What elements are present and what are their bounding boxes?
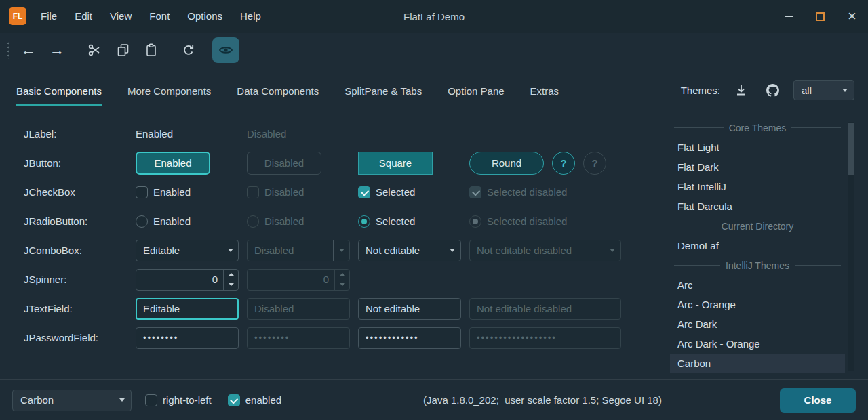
themes-scrollbar-thumb[interactable] (848, 123, 854, 175)
help-button-disabled: ? (583, 152, 606, 175)
combobox-value: Not editable (359, 245, 444, 256)
theme-item-arc-orange[interactable]: Arc - Orange (670, 295, 845, 314)
tab-data-components[interactable]: Data Components (236, 79, 319, 106)
checkbox-enabled[interactable]: Enabled (136, 186, 191, 198)
textfield-editable[interactable]: Editable (136, 298, 239, 320)
jpasswordfield-row-label: JPasswordField: (24, 332, 136, 343)
menu-view[interactable]: View (101, 0, 140, 33)
spinner-value[interactable]: 0 (136, 270, 223, 290)
chevron-down-icon (228, 249, 233, 252)
radio-selected-disabled: Selected disabled (469, 215, 567, 228)
github-button[interactable] (762, 80, 783, 100)
tab-option-pane[interactable]: Option Pane (447, 79, 505, 106)
tab-more-components[interactable]: More Components (127, 79, 212, 106)
themes-list: Core Themes Flat Light Flat Dark Flat In… (670, 118, 845, 373)
radio-disabled: Disabled (247, 215, 304, 228)
jcombobox-row: JComboBox: Editable Disabled Not editabl… (24, 236, 670, 265)
spinner-enabled[interactable]: 0 (136, 269, 239, 291)
menu-help[interactable]: Help (231, 0, 270, 33)
tab-extras[interactable]: Extras (530, 79, 560, 106)
theme-item-arc[interactable]: Arc (670, 275, 845, 295)
refresh-icon (182, 43, 195, 57)
radio-selected[interactable]: Selected (358, 215, 415, 228)
close-button[interactable]: Close (780, 388, 856, 413)
cut-button[interactable] (81, 37, 108, 63)
checkbox-checked-icon (469, 186, 481, 198)
checkbox-selected[interactable]: Selected (358, 186, 415, 198)
spinner-down-button[interactable] (224, 280, 238, 290)
app-logo: FL (9, 7, 26, 25)
themes-separator-current-directory: Current Directory (670, 216, 845, 236)
checkbox-label: enabled (245, 394, 281, 406)
combobox-not-editable[interactable]: Not editable (358, 240, 461, 261)
theme-item-carbon[interactable]: Carbon (670, 354, 845, 373)
passwordfield-not-editable[interactable]: •••••••••••• (358, 327, 461, 349)
textfield-not-editable[interactable]: Not editable (358, 298, 461, 320)
menubar: File Edit View Font Options Help (32, 0, 270, 33)
themes-panel: Core Themes Flat Light Flat Dark Flat In… (670, 115, 868, 373)
theme-item-arc-dark-orange[interactable]: Arc Dark - Orange (670, 334, 845, 354)
download-theme-button[interactable] (731, 80, 751, 100)
theme-item-demolaf[interactable]: DemoLaf (670, 236, 845, 255)
checkbox-selected-disabled: Selected disabled (469, 186, 567, 198)
combobox-editable[interactable]: Editable (136, 240, 239, 261)
toolbar-grip[interactable] (7, 41, 10, 59)
jradiobutton-row: JRadioButton: Enabled Disabled Selected (24, 207, 670, 236)
chevron-down-icon (119, 398, 125, 402)
forward-button[interactable]: → (43, 37, 71, 63)
statusbar: Carbon right-to-left enabled (Java 1.8.0… (0, 379, 868, 420)
checkbox-checked-icon (228, 394, 240, 406)
theme-filter-combobox[interactable]: all (793, 80, 854, 100)
theme-item-flat-light[interactable]: Flat Light (670, 138, 845, 157)
checkbox-label: Selected disabled (487, 186, 567, 198)
combobox-arrow-button[interactable] (444, 240, 460, 261)
jbutton-row: JButton: Enabled Disabled Square Round ?… (24, 148, 670, 177)
close-window-button[interactable]: × (836, 0, 868, 33)
chevron-down-icon (339, 249, 344, 252)
menu-font[interactable]: Font (140, 0, 178, 33)
eye-icon (218, 45, 233, 56)
enabled-button[interactable]: Enabled (136, 152, 210, 175)
show-hidden-toggle-button[interactable] (212, 37, 239, 63)
back-button[interactable]: ← (15, 37, 42, 63)
round-button[interactable]: Round (469, 152, 544, 175)
theme-item-flat-darcula[interactable]: Flat Darcula (670, 196, 845, 216)
theme-item-flat-intellij[interactable]: Flat IntelliJ (670, 177, 845, 196)
jtextfield-row: JTextField: Editable Disabled Not editab… (24, 294, 670, 323)
maximize-icon (816, 12, 825, 21)
passwordfield-editable[interactable]: •••••••• (136, 327, 239, 349)
menu-options[interactable]: Options (178, 0, 231, 33)
separator-label: Current Directory (722, 221, 794, 232)
jspinner-row: JSpinner: 0 0 (24, 265, 670, 294)
menu-edit[interactable]: Edit (66, 0, 101, 33)
theme-item-arc-dark[interactable]: Arc Dark (670, 314, 845, 334)
maximize-button[interactable] (804, 0, 836, 33)
radio-label: Selected disabled (487, 215, 567, 227)
theme-combobox[interactable]: Carbon (12, 390, 132, 411)
spinner-up-button[interactable] (224, 270, 238, 280)
enabled-checkbox[interactable]: enabled (228, 394, 281, 406)
checkbox-checked-icon (358, 186, 370, 198)
square-button[interactable]: Square (358, 152, 433, 175)
spinner-buttons (334, 270, 349, 290)
checkbox-label: Disabled (264, 186, 304, 198)
help-button[interactable]: ? (552, 152, 575, 175)
radio-enabled[interactable]: Enabled (136, 215, 191, 228)
tab-splitpane-tabs[interactable]: SplitPane & Tabs (344, 79, 422, 106)
minimize-button[interactable] (772, 0, 804, 33)
theme-item-flat-dark[interactable]: Flat Dark (670, 157, 845, 177)
checkbox-label: right-to-left (163, 394, 212, 406)
refresh-button[interactable] (175, 37, 202, 63)
separator-label: IntelliJ Themes (726, 260, 789, 271)
checkbox-icon (145, 394, 157, 406)
tab-basic-components[interactable]: Basic Components (16, 79, 102, 106)
combobox-arrow-button[interactable] (222, 240, 238, 261)
menu-file[interactable]: File (32, 0, 66, 33)
themes-scrollbar[interactable] (848, 122, 854, 371)
jlabel-disabled: Disabled (247, 128, 286, 140)
chevron-up-icon (340, 273, 345, 276)
copy-button[interactable] (109, 37, 136, 63)
paste-button[interactable] (138, 37, 165, 63)
right-to-left-checkbox[interactable]: right-to-left (145, 394, 212, 406)
paste-icon (145, 43, 157, 57)
